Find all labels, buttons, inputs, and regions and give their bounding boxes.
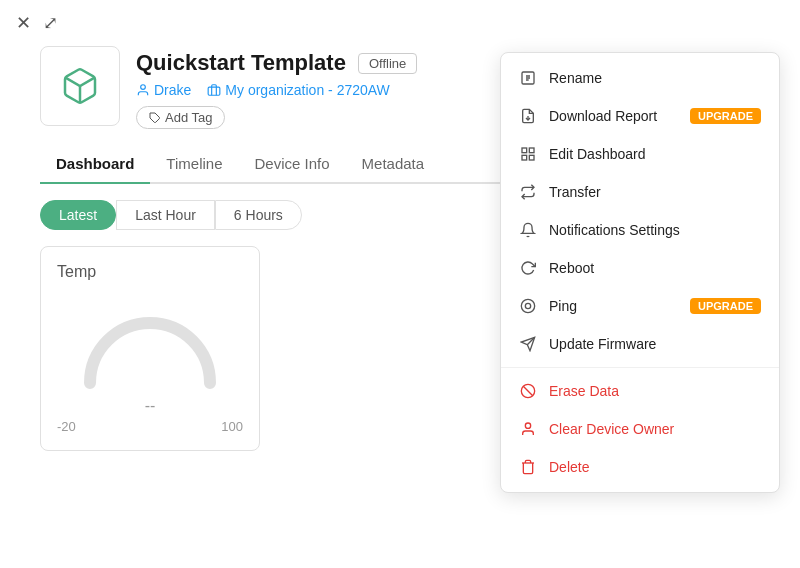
menu-label-edit-dashboard: Edit Dashboard [549,146,761,162]
menu-divider [501,367,779,368]
menu-item-edit-dashboard[interactable]: Edit Dashboard [501,135,779,173]
menu-label-transfer: Transfer [549,184,761,200]
expand-icon[interactable]: ⤢ [43,12,58,34]
add-tag-button[interactable]: Add Tag [136,106,225,129]
device-icon [60,66,100,106]
menu-label-reboot: Reboot [549,260,761,276]
svg-point-10 [521,299,534,312]
org-icon [207,83,221,97]
clear-owner-icon [519,420,537,438]
menu-label-clear-device-owner: Clear Device Owner [549,421,761,437]
menu-item-download-report[interactable]: Download Report UPGRADE [501,97,779,135]
gauge-widget: Temp -- -20 100 [40,246,260,451]
close-icon[interactable]: ✕ [16,12,31,34]
device-org[interactable]: My organization - 2720AW [207,82,389,98]
tag-icon [149,112,161,124]
menu-label-erase-data: Erase Data [549,383,761,399]
status-badge: Offline [358,53,417,74]
svg-rect-2 [209,87,221,95]
svg-rect-7 [529,148,534,153]
menu-item-rename[interactable]: Rename [501,59,779,97]
transfer-icon [519,183,537,201]
tab-timeline[interactable]: Timeline [150,145,238,184]
menu-item-delete[interactable]: Delete [501,448,779,486]
time-btn-last-hour[interactable]: Last Hour [116,200,215,230]
firmware-icon [519,335,537,353]
tab-dashboard[interactable]: Dashboard [40,145,150,184]
time-btn-6-hours[interactable]: 6 Hours [215,200,302,230]
menu-label-notifications-settings: Notifications Settings [549,222,761,238]
gauge-label: Temp [57,263,243,281]
svg-line-15 [523,386,532,395]
menu-item-clear-device-owner[interactable]: Clear Device Owner [501,410,779,448]
upgrade-badge-ping: UPGRADE [690,298,761,314]
bell-icon [519,221,537,239]
menu-label-download-report: Download Report [549,108,678,124]
dropdown-menu: Rename Download Report UPGRADE Edit Dash… [500,52,780,493]
svg-rect-8 [529,155,534,160]
menu-label-delete: Delete [549,459,761,475]
device-title: Quickstart Template [136,50,346,76]
menu-label-ping: Ping [549,298,678,314]
menu-item-notifications-settings[interactable]: Notifications Settings [501,211,779,249]
menu-item-erase-data[interactable]: Erase Data [501,372,779,410]
upgrade-badge-download: UPGRADE [690,108,761,124]
gauge-chart [70,293,230,393]
svg-rect-6 [522,148,527,153]
rename-icon [519,69,537,87]
erase-icon [519,382,537,400]
menu-item-update-firmware[interactable]: Update Firmware [501,325,779,363]
menu-label-rename: Rename [549,70,761,86]
svg-point-1 [141,85,146,90]
menu-item-transfer[interactable]: Transfer [501,173,779,211]
time-btn-latest[interactable]: Latest [40,200,116,230]
gauge-value: -- [57,397,243,415]
reboot-icon [519,259,537,277]
menu-label-update-firmware: Update Firmware [549,336,761,352]
tab-metadata[interactable]: Metadata [346,145,441,184]
svg-point-16 [525,423,530,428]
svg-point-11 [525,303,530,308]
edit-dashboard-icon [519,145,537,163]
menu-item-reboot[interactable]: Reboot [501,249,779,287]
top-bar: ✕ ⤢ [0,0,800,46]
trash-icon [519,458,537,476]
user-icon [136,83,150,97]
svg-rect-9 [522,155,527,160]
device-user[interactable]: Drake [136,82,191,98]
gauge-range: -20 100 [57,419,243,434]
gauge-min: -20 [57,419,76,434]
device-icon-box [40,46,120,126]
download-icon [519,107,537,125]
gauge-max: 100 [221,419,243,434]
ping-icon [519,297,537,315]
menu-item-ping[interactable]: Ping UPGRADE [501,287,779,325]
tab-device-info[interactable]: Device Info [239,145,346,184]
